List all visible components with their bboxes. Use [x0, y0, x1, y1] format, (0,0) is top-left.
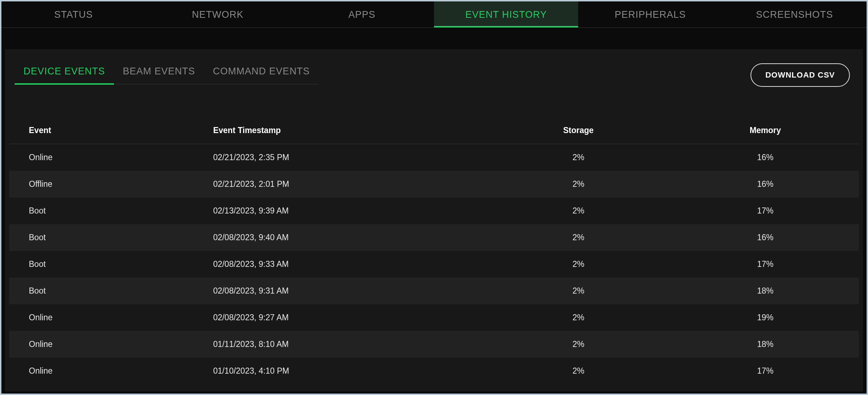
sub-header: DEVICE EVENTSBEAM EVENTSCOMMAND EVENTS D…	[9, 63, 859, 87]
cell-memory: 16%	[672, 224, 859, 251]
cell-storage: 2%	[485, 251, 672, 278]
cell-event: Boot	[9, 278, 213, 304]
events-table-wrap: Event Event Timestamp Storage Memory Onl…	[9, 121, 859, 384]
top-tab-status[interactable]: STATUS	[1, 1, 146, 27]
sub-tab-bar: DEVICE EVENTSBEAM EVENTSCOMMAND EVENTS	[15, 66, 319, 84]
cell-memory: 18%	[672, 331, 859, 358]
cell-event: Online	[9, 358, 213, 384]
cell-timestamp: 02/21/2023, 2:35 PM	[213, 144, 485, 171]
cell-event: Online	[9, 304, 213, 331]
table-row: Online02/21/2023, 2:35 PM2%16%	[9, 144, 859, 171]
top-tab-network[interactable]: NETWORK	[146, 1, 290, 27]
sub-tab-device-events[interactable]: DEVICE EVENTS	[15, 66, 114, 85]
events-table: Event Event Timestamp Storage Memory Onl…	[9, 121, 859, 384]
cell-timestamp: 01/10/2023, 4:10 PM	[213, 358, 485, 384]
cell-timestamp: 02/13/2023, 9:39 AM	[213, 197, 485, 224]
cell-memory: 16%	[672, 144, 859, 171]
cell-event: Boot	[9, 224, 213, 251]
cell-storage: 2%	[485, 144, 672, 171]
table-row: Online01/10/2023, 4:10 PM2%17%	[9, 358, 859, 384]
table-row: Online02/08/2023, 9:27 AM2%19%	[9, 304, 859, 331]
table-row: Boot02/08/2023, 9:31 AM2%18%	[9, 278, 859, 304]
content-panel: DEVICE EVENTSBEAM EVENTSCOMMAND EVENTS D…	[5, 49, 863, 391]
cell-memory: 17%	[672, 358, 859, 384]
cell-storage: 2%	[485, 304, 672, 331]
top-tab-screenshots[interactable]: SCREENSHOTS	[722, 1, 867, 27]
top-tab-event-history[interactable]: EVENT HISTORY	[434, 1, 578, 27]
top-tab-apps[interactable]: APPS	[290, 1, 434, 27]
cell-storage: 2%	[485, 331, 672, 358]
cell-memory: 17%	[672, 197, 859, 224]
table-row: Online01/11/2023, 8:10 AM2%18%	[9, 331, 859, 358]
col-header-event: Event	[9, 121, 213, 144]
cell-event: Boot	[9, 251, 213, 278]
cell-memory: 19%	[672, 304, 859, 331]
app-window: STATUSNETWORKAPPSEVENT HISTORYPERIPHERAL…	[1, 1, 867, 394]
cell-timestamp: 02/21/2023, 2:01 PM	[213, 171, 485, 197]
cell-event: Online	[9, 331, 213, 358]
top-tab-peripherals[interactable]: PERIPHERALS	[578, 1, 722, 27]
cell-event: Offline	[9, 171, 213, 197]
table-row: Boot02/08/2023, 9:33 AM2%17%	[9, 251, 859, 278]
cell-storage: 2%	[485, 197, 672, 224]
table-row: Offline02/21/2023, 2:01 PM2%16%	[9, 171, 859, 197]
cell-timestamp: 02/08/2023, 9:40 AM	[213, 224, 485, 251]
cell-storage: 2%	[485, 358, 672, 384]
cell-memory: 18%	[672, 278, 859, 304]
table-row: Boot02/08/2023, 9:40 AM2%16%	[9, 224, 859, 251]
cell-memory: 16%	[672, 171, 859, 197]
cell-storage: 2%	[485, 171, 672, 197]
cell-memory: 17%	[672, 251, 859, 278]
sub-tab-beam-events[interactable]: BEAM EVENTS	[114, 66, 204, 84]
download-csv-button[interactable]: DOWNLOAD CSV	[751, 63, 850, 87]
cell-timestamp: 02/08/2023, 9:31 AM	[213, 278, 485, 304]
cell-timestamp: 02/08/2023, 9:33 AM	[213, 251, 485, 278]
col-header-storage: Storage	[485, 121, 672, 144]
cell-event: Online	[9, 144, 213, 171]
top-tab-bar: STATUSNETWORKAPPSEVENT HISTORYPERIPHERAL…	[1, 1, 867, 28]
cell-storage: 2%	[485, 224, 672, 251]
cell-timestamp: 01/11/2023, 8:10 AM	[213, 331, 485, 358]
sub-tab-command-events[interactable]: COMMAND EVENTS	[204, 66, 319, 84]
cell-event: Boot	[9, 197, 213, 224]
col-header-memory: Memory	[672, 121, 859, 144]
col-header-timestamp: Event Timestamp	[213, 121, 485, 144]
table-row: Boot02/13/2023, 9:39 AM2%17%	[9, 197, 859, 224]
table-header-row: Event Event Timestamp Storage Memory	[9, 121, 859, 144]
cell-storage: 2%	[485, 278, 672, 304]
cell-timestamp: 02/08/2023, 9:27 AM	[213, 304, 485, 331]
